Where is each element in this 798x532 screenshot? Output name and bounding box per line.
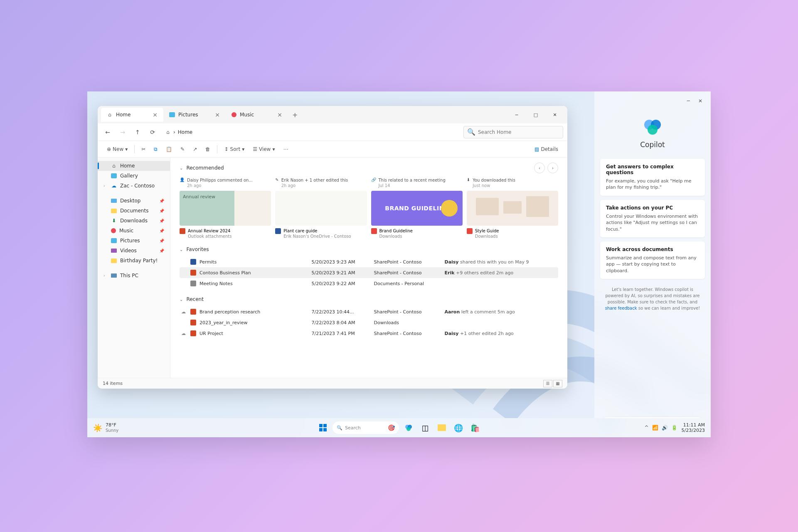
details-view-button[interactable]: ☰ <box>543 380 552 387</box>
close-icon[interactable]: × <box>153 111 158 118</box>
file-row[interactable]: ☁Brand perception research7/22/2023 10:4… <box>180 306 558 317</box>
file-thumbnail <box>467 191 558 226</box>
start-button[interactable] <box>316 421 330 435</box>
task-view-button[interactable]: ◫ <box>418 421 432 435</box>
sidebar-item-pictures[interactable]: Pictures📌 <box>98 236 170 246</box>
chevron-down-icon: ▾ <box>125 146 128 152</box>
minimize-button[interactable]: ─ <box>507 108 526 121</box>
link-icon: 🔗 <box>371 177 376 182</box>
refresh-button[interactable]: ⟳ <box>147 126 158 138</box>
taskbar-search[interactable]: 🔍Search🎯 <box>332 421 399 434</box>
close-button[interactable]: ✕ <box>546 108 564 121</box>
section-header[interactable]: ⌄ Recommended ‹ › <box>180 163 558 173</box>
file-row[interactable]: Permits5/20/2023 9:23 AMSharePoint - Con… <box>180 256 558 267</box>
chevron-right-icon: › <box>103 273 108 278</box>
sidebar-item-desktop[interactable]: Desktop📌 <box>98 196 170 206</box>
up-button[interactable]: ↑ <box>132 126 143 138</box>
search-field[interactable]: 🔍 <box>463 126 563 138</box>
file-row[interactable]: 2023_year_in_review7/22/2023 8:04 AMDown… <box>180 317 558 328</box>
search-icon: 🔍 <box>337 425 342 431</box>
maximize-button[interactable]: □ <box>527 108 545 121</box>
cut-button[interactable]: ✂ <box>138 145 149 154</box>
sort-button[interactable]: ↕Sort▾ <box>221 145 248 154</box>
new-tab-button[interactable]: + <box>288 111 302 119</box>
section-header[interactable]: ⌄Favorites <box>180 246 558 252</box>
plus-icon: ⊕ <box>107 146 111 152</box>
volume-icon[interactable]: 🔊 <box>662 425 668 431</box>
system-tray: ^ 📶 🔊 🔋 11:11 AM 5/23/2023 <box>645 422 705 433</box>
recommended-card[interactable]: ✎Erik Nason + 1 other edited this2h ago … <box>275 177 367 239</box>
back-button[interactable]: ← <box>102 126 113 138</box>
copilot-suggestion-card[interactable]: Work across documents Summarize and comp… <box>600 241 705 279</box>
document-icon <box>190 281 196 286</box>
file-row[interactable]: ☁UR Project7/21/2023 7:41 PMSharePoint -… <box>180 328 558 339</box>
copilot-suggestion-card[interactable]: Get answers to complex questions For exa… <box>600 159 705 196</box>
sun-icon: ☀️ <box>93 424 102 432</box>
copy-button[interactable]: ⧉ <box>150 145 161 154</box>
address-bar: ← → ↑ ⟳ ⌂ › Home 🔍 <box>98 123 567 141</box>
new-button[interactable]: ⊕New▾ <box>103 145 131 154</box>
paste-button[interactable]: 📋 <box>163 145 175 154</box>
edge-taskbar-button[interactable]: 🌐 <box>451 421 466 435</box>
tab-music[interactable]: Music × <box>226 108 288 122</box>
battery-icon[interactable]: 🔋 <box>671 425 677 431</box>
sidebar-item-documents[interactable]: Documents📌 <box>98 206 170 216</box>
share-button[interactable]: ↗ <box>190 145 200 154</box>
tab-home[interactable]: ⌂ Home × <box>101 108 163 122</box>
file-row[interactable]: Meeting Notes5/20/2023 9:22 AMDocuments … <box>180 278 558 289</box>
clock[interactable]: 11:11 AM 5/23/2023 <box>682 422 705 433</box>
sidebar-item-downloads[interactable]: ⬇Downloads📌 <box>98 216 170 226</box>
wifi-icon[interactable]: 📶 <box>652 425 658 431</box>
sidebar-item-onedrive[interactable]: ›☁Zac - Contoso <box>98 181 170 191</box>
navigation-pane: ⌂Home Gallery ›☁Zac - Contoso Desktop📌 D… <box>98 158 170 378</box>
panel-icon: ▤ <box>534 146 539 152</box>
file-row[interactable]: Contoso Business Plan5/20/2023 9:21 AMSh… <box>180 267 558 278</box>
chevron-down-icon: ⌄ <box>180 297 183 302</box>
store-taskbar-button[interactable]: 🛍️ <box>468 421 482 435</box>
close-icon[interactable]: × <box>215 111 220 118</box>
minimize-button[interactable]: ─ <box>685 97 692 105</box>
feedback-link[interactable]: share feedback <box>605 306 637 310</box>
weather-widget[interactable]: ☀️ 78°F Sunny <box>93 423 118 432</box>
sidebar-item-videos[interactable]: Videos📌 <box>98 246 170 256</box>
close-button[interactable]: ✕ <box>696 97 705 105</box>
section-header[interactable]: ⌄Recent <box>180 296 558 302</box>
sidebar-item-this-pc[interactable]: ›This PC <box>98 271 170 281</box>
copilot-title: Copilot <box>640 140 665 149</box>
view-button[interactable]: ☰View▾ <box>249 145 278 154</box>
svg-rect-5 <box>319 428 323 431</box>
sidebar-item-gallery[interactable]: Gallery <box>98 171 170 181</box>
next-button[interactable]: › <box>547 163 558 173</box>
tray-overflow-button[interactable]: ^ <box>645 425 649 431</box>
pictures-icon <box>169 112 175 117</box>
copilot-taskbar-button[interactable] <box>401 421 416 435</box>
search-icon: 🔍 <box>467 128 475 136</box>
copilot-disclaimer: Let's learn together. Windows copilot is… <box>600 283 705 315</box>
details-pane-button[interactable]: ▤Details <box>531 145 562 154</box>
tab-label: Pictures <box>178 112 198 118</box>
icons-view-button[interactable]: ▦ <box>553 380 562 387</box>
close-icon[interactable]: × <box>277 111 282 118</box>
more-button[interactable]: ⋯ <box>280 145 291 154</box>
forward-button[interactable]: → <box>117 126 128 138</box>
pin-icon: 📌 <box>159 229 164 233</box>
powerpoint-icon <box>190 309 196 315</box>
sidebar-item-music[interactable]: Music📌 <box>98 226 170 236</box>
home-icon: ⌂ <box>165 129 171 135</box>
recommended-card[interactable]: ⬇You downloaded thisJust now Style Guide… <box>467 177 558 239</box>
tab-pictures[interactable]: Pictures × <box>163 108 226 122</box>
sidebar-item-home[interactable]: ⌂Home <box>98 161 170 171</box>
search-input[interactable] <box>478 129 559 135</box>
chevron-down-icon: ▾ <box>242 146 244 152</box>
powerpoint-icon <box>180 228 185 234</box>
recommended-card[interactable]: 🔗This related to a recent meetingJul 14 … <box>371 177 463 239</box>
windows-desktop: ⌂ Home × Pictures × Music × + ─ □ ✕ ← <box>87 91 711 437</box>
explorer-taskbar-button[interactable] <box>435 421 449 435</box>
recommended-card[interactable]: 👤Daisy Philipps commented on...2h ago An… <box>180 177 271 239</box>
copilot-suggestion-card[interactable]: Take actions on your PC Control your Win… <box>600 200 705 237</box>
delete-button[interactable]: 🗑 <box>202 145 214 154</box>
rename-button[interactable]: ✎ <box>177 145 188 154</box>
prev-button[interactable]: ‹ <box>534 163 545 173</box>
sidebar-item-folder[interactable]: Birthday Party! <box>98 256 170 266</box>
breadcrumb[interactable]: ⌂ › Home <box>162 129 460 135</box>
